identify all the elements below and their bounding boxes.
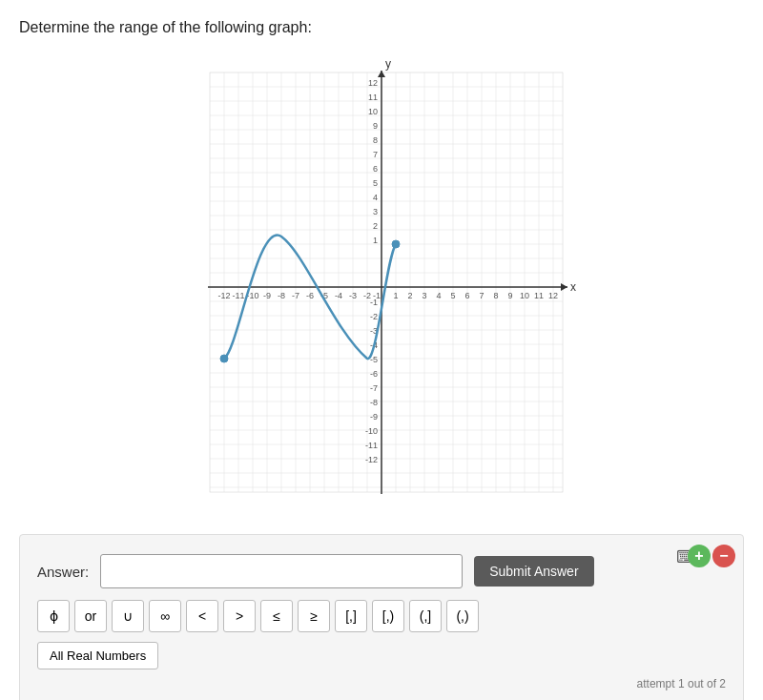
svg-text:-11: -11: [232, 291, 244, 300]
svg-text:-8: -8: [370, 398, 378, 407]
submit-button[interactable]: Submit Answer: [474, 556, 593, 587]
svg-text:10: 10: [520, 291, 529, 300]
svg-text:-6: -6: [306, 291, 314, 300]
y-axis-label: y: [385, 57, 391, 71]
svg-text:-9: -9: [370, 412, 378, 422]
svg-text:8: 8: [493, 291, 498, 300]
svg-text:4: 4: [436, 291, 441, 300]
svg-text:-6: -6: [370, 369, 378, 379]
attempt-text: attempt 1 out of 2: [37, 677, 726, 690]
svg-text:3: 3: [373, 207, 378, 216]
svg-text:8: 8: [373, 135, 378, 145]
answer-label: Answer:: [37, 564, 89, 580]
svg-text:9: 9: [373, 121, 378, 131]
svg-text:5: 5: [373, 178, 378, 188]
svg-text:9: 9: [507, 291, 512, 300]
svg-text:11: 11: [368, 93, 378, 102]
svg-text:2: 2: [407, 291, 412, 300]
plus-button[interactable]: +: [688, 545, 711, 567]
symbol-lte[interactable]: ≤: [260, 600, 293, 632]
svg-text:-4: -4: [335, 291, 342, 300]
svg-text:2: 2: [373, 221, 378, 231]
svg-text:1: 1: [373, 236, 378, 245]
svg-text:-10: -10: [365, 426, 378, 436]
symbol-paren-open[interactable]: (,): [446, 600, 479, 632]
svg-text:-7: -7: [370, 383, 378, 393]
svg-text:6: 6: [464, 291, 469, 300]
svg-text:-1: -1: [370, 298, 378, 307]
symbol-gt[interactable]: >: [223, 600, 256, 632]
answer-input[interactable]: [100, 554, 463, 588]
x-axis-label: x: [570, 280, 576, 294]
right-endpoint: [392, 240, 400, 248]
svg-text:-11: -11: [365, 441, 378, 450]
svg-text:4: 4: [373, 193, 378, 202]
svg-text:7: 7: [479, 291, 484, 300]
plus-minus-container: + −: [688, 545, 735, 567]
symbol-phi[interactable]: ϕ: [37, 600, 70, 632]
question-text: Determine the range of the following gra…: [19, 19, 744, 36]
svg-text:3: 3: [422, 291, 426, 300]
svg-text:-3: -3: [349, 291, 357, 300]
left-endpoint: [220, 355, 228, 362]
svg-text:12: 12: [368, 78, 378, 88]
svg-marker-55: [561, 283, 567, 291]
graph-svg: x y -12 -11 -10 -9 -8 -7 -6 -5 -4 -3 -2 …: [181, 53, 582, 511]
symbol-bracket-left-paren-right[interactable]: [,): [372, 600, 404, 632]
symbol-gte[interactable]: ≥: [298, 600, 330, 632]
svg-text:10: 10: [368, 107, 378, 116]
answer-section: ⌨ + − Answer: Submit Answer ϕ or ∪ ∞ < >…: [19, 534, 744, 700]
symbol-bracket-closed[interactable]: [,]: [335, 600, 367, 632]
svg-text:-2: -2: [370, 312, 378, 321]
symbol-paren-left-bracket-right[interactable]: (,]: [409, 600, 442, 632]
svg-text:-7: -7: [292, 291, 299, 300]
svg-text:7: 7: [373, 150, 378, 159]
minus-button[interactable]: −: [712, 545, 735, 567]
svg-text:6: 6: [373, 164, 378, 174]
symbol-or[interactable]: or: [74, 600, 107, 632]
symbol-infinity[interactable]: ∞: [149, 600, 181, 632]
svg-text:5: 5: [450, 291, 455, 300]
symbol-row: ϕ or ∪ ∞ < > ≤ ≥ [,] [,) (,] (,): [37, 600, 726, 632]
svg-text:11: 11: [534, 291, 544, 300]
svg-text:-8: -8: [278, 291, 285, 300]
all-real-numbers-button[interactable]: All Real Numbers: [37, 642, 158, 669]
svg-text:12: 12: [548, 291, 558, 300]
svg-text:-12: -12: [217, 291, 230, 300]
graph-wrapper: x y -12 -11 -10 -9 -8 -7 -6 -5 -4 -3 -2 …: [181, 53, 582, 511]
symbol-lt[interactable]: <: [186, 600, 218, 632]
svg-text:-12: -12: [365, 455, 378, 464]
svg-text:1: 1: [393, 291, 398, 300]
graph-container: x y -12 -11 -10 -9 -8 -7 -6 -5 -4 -3 -2 …: [19, 53, 744, 511]
answer-row: Answer: Submit Answer: [37, 554, 726, 588]
svg-text:-9: -9: [263, 291, 271, 300]
all-real-numbers-row: All Real Numbers: [37, 642, 726, 669]
symbol-union[interactable]: ∪: [112, 600, 144, 632]
